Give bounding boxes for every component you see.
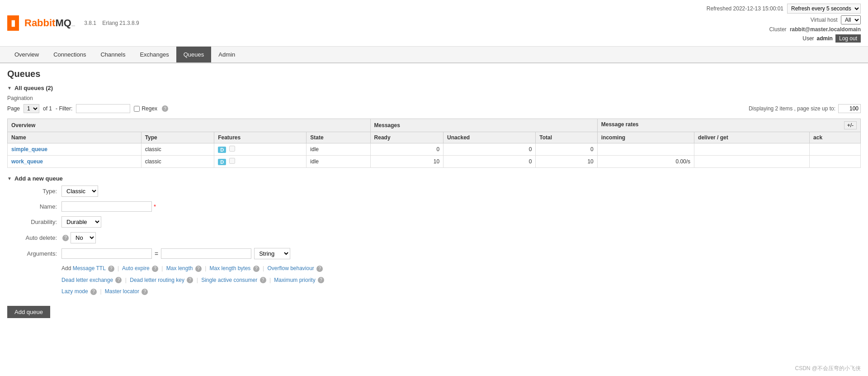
auto-expire-help[interactable]: ? bbox=[152, 266, 158, 272]
logout-button[interactable]: Log out bbox=[835, 34, 861, 43]
shortcut-auto-expire[interactable]: Auto expire bbox=[122, 265, 150, 271]
nav-channels[interactable]: Channels bbox=[93, 47, 132, 62]
col-features-header: Features bbox=[214, 132, 307, 143]
shortcut-max-length[interactable]: Max length bbox=[166, 265, 193, 271]
maximum-priority-help[interactable]: ? bbox=[318, 277, 324, 283]
feature-checkbox[interactable] bbox=[229, 158, 235, 164]
nav-connections[interactable]: Connections bbox=[46, 47, 93, 62]
plus-minus-button[interactable]: +/- bbox=[844, 121, 857, 129]
queue-name-link[interactable]: work_queue bbox=[11, 158, 43, 165]
regex-checkbox[interactable] bbox=[134, 106, 140, 112]
cell-features: D bbox=[214, 156, 307, 168]
cell-state: idle bbox=[307, 156, 370, 168]
regex-help-icon[interactable]: ? bbox=[162, 105, 168, 112]
cell-deliver-get bbox=[694, 156, 810, 168]
shortcut-overflow-behaviour[interactable]: Overflow behaviour bbox=[267, 265, 314, 271]
page-select[interactable]: 1 bbox=[24, 104, 39, 113]
page-label: Page bbox=[7, 105, 20, 112]
master-locator-help[interactable]: ? bbox=[142, 289, 148, 295]
all-queues-section-header[interactable]: ▼ All queues (2) bbox=[7, 85, 861, 91]
durability-label: Durability: bbox=[7, 219, 61, 225]
overflow-help[interactable]: ? bbox=[316, 266, 323, 272]
shortcut-dead-letter-exchange[interactable]: Dead letter exchange bbox=[61, 277, 113, 283]
name-input[interactable] bbox=[61, 201, 152, 212]
col-type-header: Type bbox=[141, 132, 214, 143]
nav-exchanges[interactable]: Exchanges bbox=[132, 47, 176, 62]
arg-links-row3: Lazy mode ? | Master locator ? bbox=[61, 287, 861, 297]
shortcut-max-length-bytes[interactable]: Max length bytes bbox=[210, 265, 251, 271]
cell-ready: 10 bbox=[370, 156, 443, 168]
add-label: Add bbox=[61, 265, 71, 271]
type-label: Type: bbox=[7, 188, 61, 195]
cell-incoming: 0.00/s bbox=[597, 156, 694, 168]
cell-name[interactable]: simple_queue bbox=[8, 143, 142, 156]
cell-type: classic bbox=[141, 156, 214, 168]
single-active-consumer-help[interactable]: ? bbox=[260, 277, 266, 283]
col-name-header: Name bbox=[8, 132, 142, 143]
required-star: * bbox=[154, 203, 156, 210]
add-queue-section: ▼ Add a new queue Type: Classic Quorum N… bbox=[7, 175, 861, 318]
equals-sign: = bbox=[155, 250, 158, 257]
durability-select[interactable]: Durable Transient bbox=[61, 216, 101, 228]
filter-input[interactable] bbox=[76, 104, 130, 113]
args-row: = String Number Boolean bbox=[61, 248, 290, 259]
arg-key-input[interactable] bbox=[61, 248, 152, 259]
page-title: Queues bbox=[7, 69, 861, 79]
dead-letter-exchange-help[interactable]: ? bbox=[115, 277, 122, 283]
cell-ack bbox=[810, 143, 861, 156]
col-total-header: Total bbox=[536, 132, 597, 143]
nav-admin[interactable]: Admin bbox=[211, 47, 242, 62]
type-select[interactable]: Classic Quorum bbox=[61, 186, 98, 197]
shortcut-dead-letter-routing-key[interactable]: Dead letter routing key bbox=[130, 277, 184, 283]
col-incoming-header: incoming bbox=[597, 132, 694, 143]
col-ready-header: Ready bbox=[370, 132, 443, 143]
logo-box: ▮ bbox=[7, 15, 19, 31]
auto-delete-help-icon[interactable]: ? bbox=[62, 235, 69, 241]
shortcut-message-ttl[interactable]: Message TTL bbox=[73, 265, 106, 271]
page-size-input[interactable] bbox=[838, 104, 861, 113]
arg-value-input[interactable] bbox=[161, 248, 251, 259]
queue-name-link[interactable]: simple_queue bbox=[11, 146, 47, 152]
cell-total: 10 bbox=[536, 156, 597, 168]
add-queue-section-header[interactable]: ▼ Add a new queue bbox=[7, 175, 861, 182]
max-length-help[interactable]: ? bbox=[195, 266, 202, 272]
message-ttl-help[interactable]: ? bbox=[108, 266, 114, 272]
group-overview-header: Overview bbox=[8, 119, 371, 132]
cluster-row: Cluster rabbit@master.localdomain bbox=[769, 26, 861, 33]
displaying-info: Displaying 2 items , page size up to: bbox=[749, 104, 861, 113]
version-info: 3.8.1 Erlang 21.3.8.9 bbox=[84, 20, 139, 26]
refreshed-text: Refreshed 2022-12-13 15:00:01 bbox=[707, 5, 783, 12]
nav-overview[interactable]: Overview bbox=[7, 47, 46, 62]
add-queue-arrow: ▼ bbox=[7, 176, 12, 181]
header-right: Refreshed 2022-12-13 15:00:01 Refresh ev… bbox=[707, 4, 861, 43]
shortcut-lazy-mode[interactable]: Lazy mode bbox=[61, 288, 88, 295]
feature-badge: D bbox=[218, 159, 226, 165]
cell-ready: 0 bbox=[370, 143, 443, 156]
auto-delete-row: Auto delete: ? No Yes bbox=[7, 232, 861, 243]
shortcut-single-active-consumer[interactable]: Single active consumer bbox=[201, 277, 257, 283]
shortcut-maximum-priority[interactable]: Maximum priority bbox=[274, 277, 315, 283]
arg-type-select[interactable]: String Number Boolean bbox=[254, 248, 290, 259]
queues-table: Overview Messages Message rates +/- Name… bbox=[7, 119, 861, 168]
auto-delete-select[interactable]: No Yes bbox=[71, 232, 96, 243]
shortcut-master-locator[interactable]: Master locator bbox=[105, 288, 139, 295]
feature-checkbox[interactable] bbox=[229, 146, 235, 152]
name-row: Name: * bbox=[7, 201, 861, 212]
dead-letter-routing-key-help[interactable]: ? bbox=[187, 277, 193, 283]
user-label: User bbox=[802, 35, 814, 42]
col-unacked-header: Unacked bbox=[443, 132, 536, 143]
max-length-bytes-help[interactable]: ? bbox=[253, 266, 259, 272]
of-label: of 1 bbox=[43, 105, 52, 112]
logo-text: RabbitMQ... bbox=[24, 17, 75, 29]
group-messages-header: Messages bbox=[370, 119, 597, 132]
cell-incoming bbox=[597, 143, 694, 156]
add-queue-button[interactable]: Add queue bbox=[7, 306, 50, 318]
nav-queues[interactable]: Queues bbox=[176, 47, 212, 62]
cell-name[interactable]: work_queue bbox=[8, 156, 142, 168]
refresh-select[interactable]: Refresh every 5 seconds bbox=[787, 4, 861, 14]
table-row: simple_queue classic D idle 0 0 0 bbox=[8, 143, 861, 156]
vhost-select[interactable]: All bbox=[841, 15, 861, 24]
feature-badge: D bbox=[218, 147, 226, 153]
page-content: Queues ▼ All queues (2) Pagination Page … bbox=[0, 63, 868, 324]
lazy-mode-help[interactable]: ? bbox=[90, 289, 97, 295]
